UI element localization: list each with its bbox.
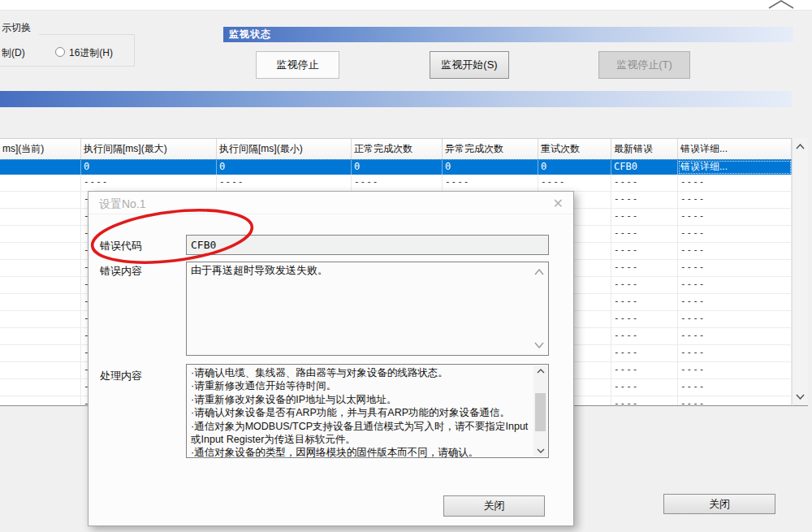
setting-dialog: 设置No.1 ✕ 错误代码 CFB0 错误内容 由于再送超时导致发送失败。 处理… <box>88 191 574 526</box>
error-content-textarea[interactable]: 由于再送超时导致发送失败。 <box>186 262 549 356</box>
monitor-start-button[interactable]: 监视开始(S) <box>430 51 509 79</box>
action-scroll-thumb[interactable] <box>535 393 546 431</box>
table-cell <box>0 396 81 406</box>
monitor-status-box: 监视停止 <box>256 51 339 79</box>
selected-row-cell: 0 <box>352 160 443 175</box>
action-text: ·请确认电缆、集线器、路由器等与对象设备的线路状态。 ·请重新修改通信开始等待时… <box>191 366 529 457</box>
table-cell <box>0 379 81 396</box>
monitor-stop-button-disabled: 监视停止(T) <box>598 51 690 79</box>
table-cell <box>0 277 81 293</box>
table-cell: ---- <box>678 362 792 378</box>
table-cell: ---- <box>678 260 792 276</box>
table-cell: ---- <box>611 328 678 344</box>
table-cell: ---- <box>81 175 217 191</box>
dialog-close-button[interactable]: 关闭 <box>443 495 545 517</box>
table-scrollbar[interactable] <box>792 138 808 406</box>
dialog-title: 设置No.1 <box>99 197 146 212</box>
dialog-titlebar[interactable] <box>89 192 573 214</box>
table-cell: ---- <box>678 396 792 406</box>
table-cell: ---- <box>678 311 792 327</box>
table-cell: ---- <box>611 345 678 361</box>
table-cell: ---- <box>611 226 678 242</box>
column-header-2[interactable]: 执行间隔[ms](最小) <box>217 139 352 159</box>
selected-row-cell: 0 <box>538 160 611 175</box>
radio-hex-label[interactable]: 16进制(H) <box>69 46 113 60</box>
table-cell: ---- <box>352 175 443 191</box>
column-header-4[interactable]: 异常完成次数 <box>443 139 538 159</box>
display-switch-legend: 示切换 <box>2 21 31 35</box>
selected-row-cell: 0 <box>81 160 217 175</box>
action-label: 处理内容 <box>100 369 142 383</box>
monitor-status-section-header: 监视状态 <box>223 27 793 42</box>
column-header-7[interactable]: 错误详细... <box>678 139 792 159</box>
table-cell: ---- <box>611 294 678 310</box>
error-content-label: 错误内容 <box>100 264 142 279</box>
table-cell: ---- <box>678 209 792 225</box>
dialog-close-icon[interactable]: ✕ <box>553 196 564 211</box>
table-cell: ---- <box>611 277 678 293</box>
table-cell: ---- <box>443 175 538 191</box>
table-cell: ---- <box>678 175 792 191</box>
footer-close-button[interactable]: 关闭 <box>663 494 775 514</box>
lower-section-header <box>0 91 792 107</box>
table-cell: ---- <box>678 379 792 396</box>
selected-row-cell <box>0 160 81 175</box>
selected-row-cell: CFB0 <box>611 160 678 175</box>
table-cell: ---- <box>611 243 678 259</box>
action-textarea[interactable]: ·请确认电缆、集线器、路由器等与对象设备的线路状态。 ·请重新修改通信开始等待时… <box>186 364 549 458</box>
table-row[interactable]: ---------------------------- <box>0 175 792 192</box>
table-cell: ---- <box>217 175 352 191</box>
table-cell: ---- <box>678 294 792 310</box>
table-cell <box>0 345 81 361</box>
table-cell: ---- <box>538 175 611 191</box>
selected-row-cell: 0 <box>443 160 538 175</box>
table-cell <box>0 226 81 242</box>
table-cell <box>0 362 81 378</box>
table-selected-row[interactable]: 00000CFB0错误详细... <box>0 159 792 175</box>
window-close-icon[interactable] <box>767 0 799 9</box>
error-content-text: 由于再送超时导致发送失败。 <box>191 264 529 355</box>
table-cell <box>0 192 81 208</box>
content-scroll-up-icon[interactable] <box>534 269 544 275</box>
table-cell: ---- <box>678 243 792 259</box>
column-header-0[interactable]: ms](当前) <box>0 139 81 159</box>
table-cell: ---- <box>678 192 792 208</box>
action-scroll-up-icon[interactable] <box>533 365 547 377</box>
table-cell: ---- <box>611 209 678 225</box>
table-cell: ---- <box>678 328 792 344</box>
column-header-3[interactable]: 正常完成次数 <box>352 139 443 159</box>
error-code-label: 错误代码 <box>100 239 142 253</box>
table-cell <box>0 209 81 225</box>
table-cell <box>0 294 81 310</box>
table-cell <box>0 311 81 327</box>
selected-row-cell: 0 <box>217 160 352 175</box>
radio-decimal-label[interactable]: 制(D) <box>2 46 25 60</box>
radio-hex[interactable] <box>55 47 65 57</box>
table-cell: ---- <box>678 277 792 293</box>
table-cell: ---- <box>611 362 678 378</box>
table-cell: ---- <box>611 192 678 208</box>
column-header-5[interactable]: 重试次数 <box>538 139 611 159</box>
table-header: ms](当前)执行间隔[ms](最大)执行间隔[ms](最小)正常完成次数异常完… <box>0 139 792 159</box>
table-cell: ---- <box>611 260 678 276</box>
table-cell: ---- <box>611 396 678 406</box>
table-cell: ---- <box>611 175 678 191</box>
table-cell <box>0 328 81 344</box>
scroll-down-icon[interactable] <box>793 388 808 404</box>
table-cell <box>0 243 81 259</box>
scroll-up-icon[interactable] <box>793 138 808 154</box>
table-cell <box>0 260 81 276</box>
error-code-field[interactable]: CFB0 <box>186 235 549 255</box>
error-detail-cell-button[interactable]: 错误详细... <box>678 160 792 175</box>
action-scroll-down-icon[interactable] <box>533 445 547 456</box>
table-cell: ---- <box>678 226 792 242</box>
table-cell: ---- <box>678 345 792 361</box>
table-cell <box>0 175 81 191</box>
column-header-1[interactable]: 执行间隔[ms](最大) <box>81 139 217 159</box>
window-top-strip <box>0 0 812 11</box>
action-scrollbar[interactable] <box>533 365 547 456</box>
content-scroll-down-icon[interactable] <box>534 342 544 348</box>
table-cell: ---- <box>611 311 678 327</box>
column-header-6[interactable]: 最新错误 <box>611 139 678 159</box>
table-cell: ---- <box>611 379 678 396</box>
